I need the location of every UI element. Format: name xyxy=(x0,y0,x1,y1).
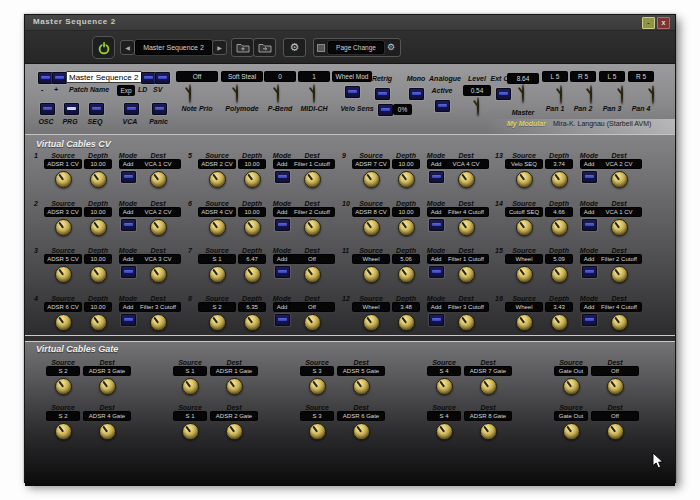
depth-knob[interactable] xyxy=(551,171,568,188)
source-select[interactable]: S 2 xyxy=(199,303,235,311)
depth-value[interactable]: 10.00 xyxy=(85,255,111,263)
depth-value[interactable]: 5.09 xyxy=(546,255,572,263)
dest-knob[interactable] xyxy=(150,219,167,236)
source-select[interactable]: ADSR 8 CV xyxy=(353,208,389,216)
depth-value[interactable]: 10.00 xyxy=(239,160,265,168)
dest-select[interactable]: VCA 1 CV xyxy=(597,208,641,216)
midich-display[interactable]: 1 xyxy=(299,72,329,81)
dest-knob[interactable] xyxy=(304,219,321,236)
analogue-active-button[interactable] xyxy=(435,100,450,112)
dest-knob[interactable] xyxy=(611,314,628,331)
source-knob[interactable] xyxy=(55,266,72,283)
dest-select[interactable]: Filter 3 Cutoff xyxy=(444,303,488,311)
dest-knob[interactable] xyxy=(226,423,243,440)
source-select[interactable]: Velo SEQ xyxy=(506,160,542,168)
velo-sens-display[interactable]: 0% xyxy=(394,105,411,114)
source-knob[interactable] xyxy=(209,266,226,283)
pan2-display[interactable]: R 5 xyxy=(571,72,595,81)
dest-knob[interactable] xyxy=(150,314,167,331)
velo-sens-button[interactable] xyxy=(378,104,393,116)
dest-select[interactable]: Off xyxy=(592,367,638,375)
mode-button[interactable] xyxy=(275,314,290,326)
source-knob[interactable] xyxy=(363,266,380,283)
dest-knob[interactable] xyxy=(458,314,475,331)
dest-select[interactable]: VCA 2 CV xyxy=(597,160,641,168)
wheelmod-button[interactable] xyxy=(345,86,360,98)
mono-button[interactable] xyxy=(409,88,424,100)
source-select[interactable]: ADSR 4 CV xyxy=(199,208,235,216)
pan1-knob[interactable] xyxy=(560,85,562,104)
depth-knob[interactable] xyxy=(398,171,415,188)
dest-select[interactable]: ADSR 6 Gate xyxy=(338,412,384,420)
dest-select[interactable]: Filter 1 Cutoff xyxy=(290,160,334,168)
pan3-display[interactable]: L 5 xyxy=(600,72,624,81)
dest-knob[interactable] xyxy=(611,219,628,236)
source-knob[interactable] xyxy=(182,378,199,395)
title-bar[interactable]: Master Sequence 2 - x xyxy=(25,15,675,31)
prg-button[interactable] xyxy=(64,103,79,115)
mode-value[interactable]: Add xyxy=(120,208,137,216)
source-knob[interactable] xyxy=(436,423,453,440)
pbend-display[interactable]: 0 xyxy=(265,72,295,81)
dest-select[interactable]: Filter 4 Cutoff xyxy=(444,208,488,216)
mode-button[interactable] xyxy=(582,314,597,326)
midich-knob[interactable] xyxy=(313,84,315,103)
pan4-knob[interactable] xyxy=(652,85,654,104)
mode-value[interactable]: Add xyxy=(428,208,445,216)
mode-value[interactable]: Add xyxy=(120,303,137,311)
dest-knob[interactable] xyxy=(150,171,167,188)
mode-value[interactable]: Add xyxy=(581,208,598,216)
polymode-knob[interactable] xyxy=(236,84,238,103)
mode-value[interactable]: Add xyxy=(274,255,291,263)
depth-knob[interactable] xyxy=(90,219,107,236)
dest-select[interactable]: Off xyxy=(592,412,638,420)
dest-knob[interactable] xyxy=(99,423,116,440)
source-select[interactable]: S 2 xyxy=(47,367,79,375)
mode-value[interactable]: Add xyxy=(120,160,137,168)
dest-select[interactable]: VCA 4 CV xyxy=(444,160,488,168)
source-select[interactable]: Wheel xyxy=(353,255,389,263)
pan2-knob[interactable] xyxy=(590,85,592,104)
source-knob[interactable] xyxy=(516,219,533,236)
dest-select[interactable]: Filter 2 Cutoff xyxy=(597,255,641,263)
source-select[interactable]: ADSR 7 CV xyxy=(353,160,389,168)
level-display[interactable]: 0.54 xyxy=(464,86,490,95)
source-knob[interactable] xyxy=(363,314,380,331)
source-knob[interactable] xyxy=(363,219,380,236)
source-select[interactable]: Cutoff SEQ xyxy=(506,208,542,216)
source-knob[interactable] xyxy=(516,314,533,331)
depth-knob[interactable] xyxy=(398,266,415,283)
depth-knob[interactable] xyxy=(551,314,568,331)
source-knob[interactable] xyxy=(516,266,533,283)
depth-value[interactable]: 10.00 xyxy=(393,208,419,216)
vca-button[interactable] xyxy=(124,103,139,115)
dest-select[interactable]: Off xyxy=(290,303,334,311)
dest-select[interactable]: Off xyxy=(290,255,334,263)
mode-button[interactable] xyxy=(429,266,444,278)
depth-knob[interactable] xyxy=(244,314,261,331)
dest-knob[interactable] xyxy=(304,266,321,283)
dest-knob[interactable] xyxy=(607,423,624,440)
mode-button[interactable] xyxy=(275,171,290,183)
source-select[interactable]: ADSR 6 CV xyxy=(45,303,81,311)
depth-value[interactable]: 10.00 xyxy=(85,303,111,311)
source-select[interactable]: S 3 xyxy=(301,367,333,375)
page-selector-display[interactable]: Page Change xyxy=(328,41,384,54)
source-knob[interactable] xyxy=(436,378,453,395)
depth-value[interactable]: 10.00 xyxy=(239,208,265,216)
source-knob[interactable] xyxy=(563,423,580,440)
mode-button[interactable] xyxy=(582,171,597,183)
exp-display[interactable]: Exp xyxy=(118,86,134,95)
patch-next-button[interactable]: ▶ xyxy=(212,40,227,55)
depth-knob[interactable] xyxy=(551,219,568,236)
mode-value[interactable]: Add xyxy=(581,255,598,263)
source-knob[interactable] xyxy=(209,171,226,188)
patch-button-1[interactable] xyxy=(38,72,53,84)
dest-select[interactable]: ADSR 3 Gate xyxy=(84,367,130,375)
dest-select[interactable]: Filter 4 Cutoff xyxy=(597,303,641,311)
dest-select[interactable]: ADSR 5 Gate xyxy=(338,367,384,375)
depth-value[interactable]: 3.48 xyxy=(393,303,419,311)
source-select[interactable]: S 2 xyxy=(47,412,79,420)
source-select[interactable]: Gate Out xyxy=(555,367,587,375)
source-select[interactable]: ADSR 2 CV xyxy=(199,160,235,168)
